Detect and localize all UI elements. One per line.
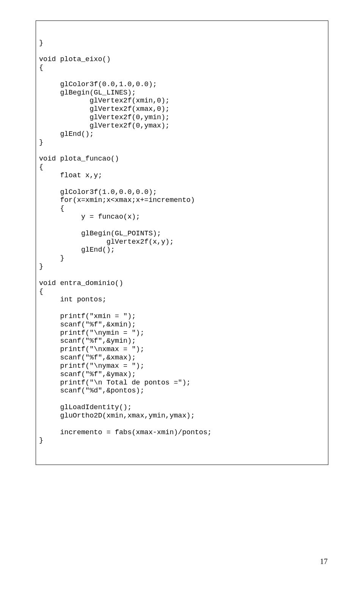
code-text: } void plota_eixo() { glColor3f(0.0,1.0,… [39,39,325,445]
code-listing-box: } void plota_eixo() { glColor3f(0.0,1.0,… [36,20,328,465]
page-number: 17 [320,557,328,566]
document-page: } void plota_eixo() { glColor3f(0.0,1.0,… [0,0,364,594]
